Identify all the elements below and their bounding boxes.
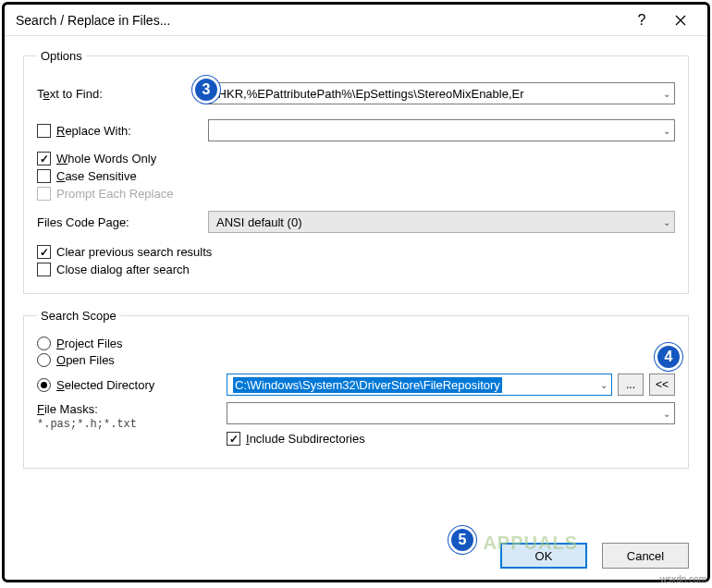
titlebar: Search / Replace in Files... ?: [5, 5, 707, 36]
directory-input[interactable]: C:\Windows\System32\DriverStore\FileRepo…: [227, 374, 612, 396]
code-page-select[interactable]: ANSI default (0) ⌄: [208, 211, 675, 233]
clear-prev-checkbox[interactable]: [37, 245, 51, 259]
cancel-button[interactable]: Cancel: [602, 543, 689, 569]
chevron-down-icon: ⌄: [663, 409, 670, 419]
case-sensitive-label: Case Sensitive: [56, 169, 137, 183]
close-after-checkbox[interactable]: [37, 263, 51, 276]
chevron-down-icon: ⌄: [600, 380, 608, 390]
selected-directory-radio[interactable]: [37, 378, 51, 392]
source-watermark: wsxdn.com: [660, 574, 706, 584]
brand-watermark: APPUALS: [483, 533, 578, 554]
clear-prev-label: Clear previous search results: [56, 245, 212, 259]
close-button[interactable]: [661, 6, 700, 34]
prompt-each-label: Prompt Each Replace: [56, 187, 173, 201]
chevron-down-icon: ⌄: [663, 89, 670, 99]
step-badge-4: 4: [655, 343, 682, 371]
window-title: Search / Replace in Files...: [16, 13, 622, 28]
chevron-down-icon: ⌄: [663, 126, 670, 136]
open-files-label: Open Files: [56, 353, 115, 367]
open-files-radio[interactable]: [37, 353, 51, 367]
close-after-label: Close dialog after search: [56, 263, 190, 276]
text-to-find-input[interactable]: ;HKR,%EPattributePath%\EpSettings\Stereo…: [208, 82, 675, 104]
case-sensitive-checkbox[interactable]: [37, 169, 51, 183]
file-masks-hint: *.pas;*.h;*.txt: [37, 418, 227, 431]
chevron-down-icon: ⌄: [663, 217, 670, 227]
close-icon: [675, 15, 686, 26]
options-group: Options 3 Text to Find: ;HKR,%EPattribut…: [23, 49, 689, 294]
step-badge-5: 5: [448, 526, 476, 554]
file-masks-label: File Masks:: [37, 402, 227, 416]
include-subdirs-label: Include Subdirectories: [246, 432, 365, 446]
text-to-find-label: Text to Find:: [37, 87, 208, 101]
replace-with-input[interactable]: ⌄: [208, 119, 675, 141]
project-files-radio[interactable]: [37, 337, 51, 350]
whole-words-checkbox[interactable]: [37, 152, 51, 165]
project-files-label: Project Files: [56, 337, 123, 350]
scope-group: Search Scope Project Files Open Files 4 …: [23, 309, 689, 469]
scope-legend: Search Scope: [37, 309, 120, 323]
file-masks-input[interactable]: ⌄: [227, 402, 675, 424]
whole-words-label: Whole Words Only: [56, 152, 156, 165]
options-legend: Options: [37, 49, 86, 63]
prompt-each-checkbox: [37, 187, 51, 201]
code-page-label: Files Code Page:: [37, 215, 208, 229]
step-badge-3: 3: [192, 76, 220, 104]
help-button[interactable]: ?: [622, 6, 661, 34]
selected-directory-label: Selected Directory: [56, 378, 154, 392]
include-subdirs-checkbox[interactable]: [227, 432, 240, 446]
replace-with-toggle[interactable]: [37, 124, 51, 138]
collapse-button[interactable]: <<: [649, 374, 675, 396]
replace-with-label: Replace With:: [37, 124, 208, 138]
browse-button[interactable]: ...: [618, 374, 644, 396]
